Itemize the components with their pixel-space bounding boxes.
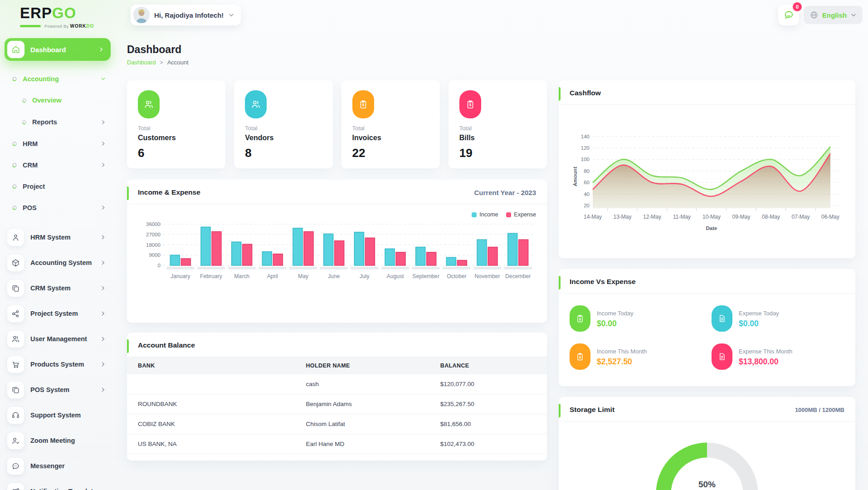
sidebar-item-overview[interactable]: Overview <box>5 89 111 111</box>
sidebar-item-zoom-meeting[interactable]: Zoom Meeting <box>5 428 111 453</box>
powered-by-text: Powered By WORKDO <box>44 24 94 29</box>
sidebar-item-dashboard[interactable]: Dashboard <box>5 38 111 61</box>
card-title: Income & Expense <box>138 188 200 196</box>
cell-bank: ROUNDBANK <box>127 394 295 414</box>
language-label: English <box>822 11 847 19</box>
sidebar-item-crm[interactable]: CRM <box>5 154 111 176</box>
user-menu[interactable]: Hi, Rajodiya Infotech! <box>131 5 241 25</box>
svg-text:100: 100 <box>581 157 590 162</box>
card-accent <box>559 87 561 101</box>
sidebar-item-pos[interactable]: POS <box>5 197 111 218</box>
metric-label: Income This Month <box>597 348 647 355</box>
table-row: cash $120,077.00 <box>127 374 547 394</box>
sidebar-item-label: POS System <box>30 386 93 393</box>
sidebar-item-label: Messenger <box>30 462 106 470</box>
cell-bank: COBIZ BANK <box>127 414 295 434</box>
messages-badge: 0 <box>793 2 802 11</box>
metric-label: Income Today <box>597 310 634 317</box>
chevron-down-icon <box>228 12 234 18</box>
chevron-right-icon <box>100 361 106 368</box>
sidebar-item-messenger[interactable]: Messenger <box>5 453 111 479</box>
svg-text:140: 140 <box>581 134 590 139</box>
card-title: Account Balance <box>138 341 195 349</box>
cell-bank <box>127 374 295 394</box>
legend-item-income[interactable]: Income <box>472 211 498 219</box>
sidebar-item-reports[interactable]: Reports <box>5 111 111 133</box>
svg-text:9000: 9000 <box>149 252 161 258</box>
card-title: Income Vs Expense <box>570 278 636 286</box>
language-selector[interactable]: English <box>804 6 863 24</box>
sidebar-item-label: Overview <box>32 97 106 104</box>
metric-label: Expense Today <box>739 310 779 317</box>
legend-item-expense[interactable]: Expense <box>506 211 536 219</box>
sidebar-item-label: HRM System <box>30 234 93 241</box>
sidebar-item-label: CRM <box>23 162 94 169</box>
share-nodes-icon <box>7 305 24 322</box>
svg-text:September: September <box>412 273 439 279</box>
sidebar-item-crm-system[interactable]: CRM System <box>5 275 111 301</box>
svg-text:10-May: 10-May <box>702 214 721 220</box>
stat-card-invoices: Total Invoices 22 <box>341 80 440 168</box>
svg-text:11-May: 11-May <box>673 214 691 220</box>
expense-this-month-item: Expense This Month $13,800.00 <box>712 343 844 370</box>
sidebar-item-support-system[interactable]: Support System <box>5 402 111 428</box>
sidebar-item-notification-template[interactable]: Notification Template <box>5 479 111 490</box>
column-bank: BANK <box>127 357 295 374</box>
svg-text:13-May: 13-May <box>613 214 631 220</box>
sidebar-item-user-management[interactable]: User Management <box>5 326 111 352</box>
cell-holder: cash <box>295 374 429 394</box>
sidebar-item-label: Accounting System <box>30 259 93 266</box>
svg-text:0: 0 <box>158 263 161 268</box>
svg-text:Date: Date <box>706 225 717 231</box>
svg-text:July: July <box>360 273 370 279</box>
stat-cards: Total Customers 6 Total Vendors 8 Total … <box>127 80 547 168</box>
stat-card-customers: Total Customers 6 <box>127 80 225 168</box>
headset-icon <box>7 407 24 424</box>
erpgo-logo[interactable]: ERPGO Powered By WORKDO <box>20 5 115 29</box>
sidebar-item-label: Project System <box>30 310 93 317</box>
legend-swatch <box>472 212 477 217</box>
table-row: US BANK, NA Earl Hane MD $102,473.00 <box>127 434 547 454</box>
stat-value: 6 <box>138 146 215 160</box>
sidebar-item-hrm-system[interactable]: HRM System <box>5 225 111 250</box>
stat-card-bills: Total Bills 19 <box>449 80 547 168</box>
sidebar-item-project[interactable]: Project <box>5 176 111 197</box>
cell-balance: $102,473.00 <box>429 434 547 454</box>
breadcrumb-separator: > <box>160 59 163 66</box>
customers-users-icon <box>138 90 160 118</box>
income-vs-expense-grid: Income Today $0.00 Expense Today $0.00 I… <box>559 294 855 382</box>
svg-text:November: November <box>474 273 500 279</box>
svg-text:December: December <box>505 273 531 279</box>
svg-text:20: 20 <box>584 203 590 208</box>
chevron-right-icon <box>100 205 106 211</box>
cell-holder: Chisom Latifat <box>295 414 429 434</box>
legend-label: Income <box>479 211 498 218</box>
stat-value: 19 <box>459 146 536 160</box>
sidebar-item-project-system[interactable]: Project System <box>5 301 111 326</box>
storage-usage: 1000MB / 1200MB <box>795 407 844 413</box>
user-check-icon <box>7 432 24 449</box>
file-invoice-icon <box>712 343 732 370</box>
svg-text:36000: 36000 <box>146 221 161 227</box>
chart-legend: IncomeExpense <box>138 211 536 219</box>
sidebar-item-accounting[interactable]: Accounting <box>5 68 111 89</box>
svg-text:80: 80 <box>584 168 590 174</box>
bullet-icon <box>12 184 17 189</box>
messages-button[interactable]: 0 <box>778 5 799 25</box>
main-content: Dashboard Dashboard > Account Total Cust… <box>127 44 855 490</box>
sidebar-item-hrm[interactable]: HRM <box>5 133 111 154</box>
breadcrumb-dashboard-link[interactable]: Dashboard <box>127 59 156 66</box>
sidebar-menu: Accounting Overview Reports HRM CRM <box>5 68 111 218</box>
table-row: COBIZ BANK Chisom Latifat $81,656.00 <box>127 414 547 434</box>
svg-text:April: April <box>267 273 278 279</box>
sidebar-item-accounting-system[interactable]: Accounting System <box>5 250 111 275</box>
sidebar-item-label: Products System <box>30 361 93 368</box>
sidebar-item-pos-system[interactable]: POS System <box>5 377 111 402</box>
sidebar-item-products-system[interactable]: Products System <box>5 352 111 377</box>
windows-icon <box>7 382 24 398</box>
logo-text: ERPGO <box>20 5 115 21</box>
chevron-right-icon <box>100 336 106 342</box>
metric-value: $2,527.50 <box>597 357 647 367</box>
card-accent <box>127 339 129 353</box>
metric-value: $13,800.00 <box>739 357 792 367</box>
